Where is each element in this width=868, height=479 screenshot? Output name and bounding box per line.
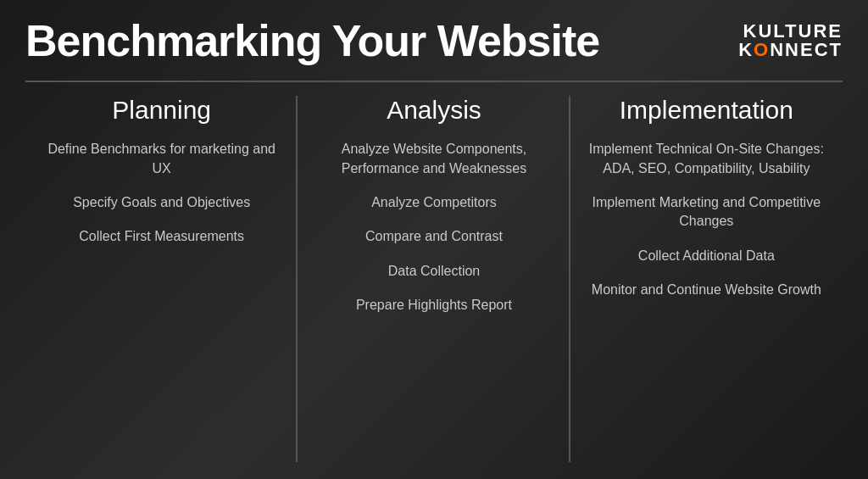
column-item-analysis-4: Prepare Highlights Report bbox=[356, 292, 512, 318]
column-items-implementation: Implement Technical On-Site Changes: ADA… bbox=[587, 136, 826, 303]
column-planning: PlanningDefine Benchmarks for marketing … bbox=[25, 96, 298, 462]
column-item-implementation-3: Monitor and Continue Website Growth bbox=[592, 277, 821, 303]
page-wrapper: Benchmarking Your Website KULTURE KONNEC… bbox=[0, 0, 868, 479]
column-item-analysis-0: Analyze Website Components, Performance … bbox=[314, 136, 553, 181]
column-analysis: AnalysisAnalyze Website Components, Perf… bbox=[298, 96, 570, 462]
column-item-planning-0: Define Benchmarks for marketing and UX bbox=[42, 136, 281, 181]
column-title-analysis: Analysis bbox=[387, 96, 481, 125]
column-item-planning-1: Specify Goals and Objectives bbox=[73, 190, 250, 215]
column-item-analysis-1: Analyze Competitors bbox=[371, 190, 497, 215]
column-title-implementation: Implementation bbox=[620, 96, 793, 125]
column-items-analysis: Analyze Website Components, Performance … bbox=[314, 136, 553, 318]
header: Benchmarking Your Website KULTURE KONNEC… bbox=[25, 17, 843, 65]
logo-bottom: KONNECT bbox=[738, 41, 843, 59]
column-items-planning: Define Benchmarks for marketing and UXSp… bbox=[42, 136, 281, 250]
horizontal-divider bbox=[25, 81, 843, 82]
columns-container: PlanningDefine Benchmarks for marketing … bbox=[25, 96, 843, 462]
column-item-analysis-3: Data Collection bbox=[388, 259, 481, 284]
column-item-analysis-2: Compare and Contrast bbox=[365, 224, 503, 249]
column-item-planning-2: Collect First Measurements bbox=[79, 224, 244, 249]
logo-top: KULTURE bbox=[743, 22, 843, 41]
main-title: Benchmarking Your Website bbox=[25, 17, 599, 65]
column-item-implementation-1: Implement Marketing and Competitive Chan… bbox=[587, 190, 826, 235]
logo-k: K bbox=[738, 41, 754, 59]
logo-rest: NNECT bbox=[770, 41, 843, 59]
column-item-implementation-2: Collect Additional Data bbox=[638, 243, 775, 269]
logo-container: KULTURE KONNECT bbox=[738, 17, 843, 59]
column-implementation: ImplementationImplement Technical On-Sit… bbox=[570, 96, 843, 462]
column-title-planning: Planning bbox=[112, 96, 211, 125]
column-item-implementation-0: Implement Technical On-Site Changes: ADA… bbox=[587, 136, 826, 181]
logo-orange: O bbox=[754, 41, 770, 59]
